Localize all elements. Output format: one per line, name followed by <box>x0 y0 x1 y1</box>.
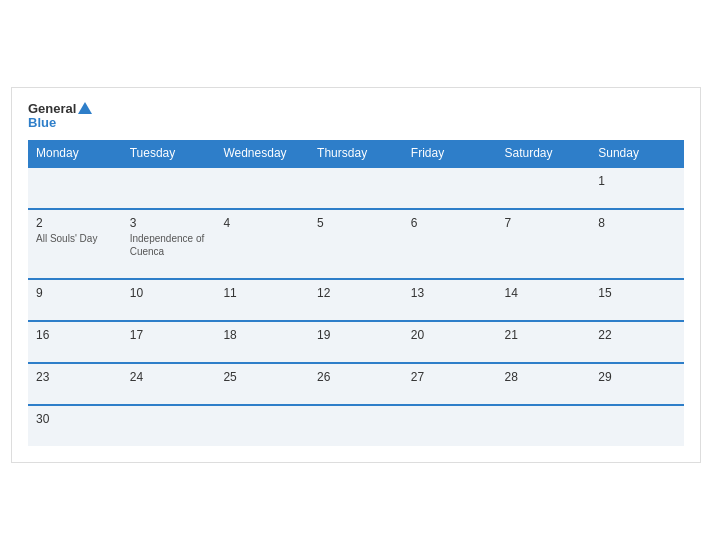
day-number: 27 <box>411 370 489 384</box>
calendar-cell: 7 <box>497 209 591 279</box>
calendar-cell: 27 <box>403 363 497 405</box>
day-number: 10 <box>130 286 208 300</box>
day-number: 30 <box>36 412 114 426</box>
calendar-header: General Blue <box>28 102 684 131</box>
calendar-cell: 4 <box>215 209 309 279</box>
calendar-cell: 13 <box>403 279 497 321</box>
calendar-cell <box>403 167 497 209</box>
calendar-week-row: 9101112131415 <box>28 279 684 321</box>
day-number: 11 <box>223 286 301 300</box>
calendar-week-row: 30 <box>28 405 684 446</box>
day-number: 5 <box>317 216 395 230</box>
day-number: 22 <box>598 328 676 342</box>
logo-general-text: General <box>28 102 92 116</box>
calendar-cell: 18 <box>215 321 309 363</box>
calendar-cell: 10 <box>122 279 216 321</box>
calendar-cell <box>28 167 122 209</box>
calendar-cell <box>309 167 403 209</box>
calendar-week-row: 23242526272829 <box>28 363 684 405</box>
calendar-cell <box>215 167 309 209</box>
calendar-cell: 22 <box>590 321 684 363</box>
day-number: 16 <box>36 328 114 342</box>
calendar-cell: 28 <box>497 363 591 405</box>
calendar-week-row: 2All Souls' Day3Independence of Cuenca45… <box>28 209 684 279</box>
event-label: All Souls' Day <box>36 232 114 245</box>
day-number: 18 <box>223 328 301 342</box>
day-number: 3 <box>130 216 208 230</box>
day-number: 17 <box>130 328 208 342</box>
logo-blue-text: Blue <box>28 116 56 130</box>
calendar-cell <box>215 405 309 446</box>
weekday-header-tuesday: Tuesday <box>122 140 216 167</box>
calendar-cell: 25 <box>215 363 309 405</box>
weekday-header-thursday: Thursday <box>309 140 403 167</box>
day-number: 29 <box>598 370 676 384</box>
calendar-cell: 1 <box>590 167 684 209</box>
calendar-cell: 3Independence of Cuenca <box>122 209 216 279</box>
calendar-cell: 24 <box>122 363 216 405</box>
calendar-tbody: 12All Souls' Day3Independence of Cuenca4… <box>28 167 684 446</box>
calendar-table: MondayTuesdayWednesdayThursdayFridaySatu… <box>28 140 684 446</box>
calendar-cell: 19 <box>309 321 403 363</box>
calendar-cell: 8 <box>590 209 684 279</box>
day-number: 9 <box>36 286 114 300</box>
calendar-cell: 12 <box>309 279 403 321</box>
calendar-cell: 23 <box>28 363 122 405</box>
event-label: Independence of Cuenca <box>130 232 208 258</box>
calendar-cell: 17 <box>122 321 216 363</box>
day-number: 12 <box>317 286 395 300</box>
calendar-cell <box>497 167 591 209</box>
day-number: 19 <box>317 328 395 342</box>
calendar-cell: 26 <box>309 363 403 405</box>
calendar-cell: 16 <box>28 321 122 363</box>
calendar-cell: 21 <box>497 321 591 363</box>
logo-triangle-icon <box>78 102 92 114</box>
weekday-header-saturday: Saturday <box>497 140 591 167</box>
day-number: 13 <box>411 286 489 300</box>
day-number: 28 <box>505 370 583 384</box>
logo: General Blue <box>28 102 92 131</box>
calendar-week-row: 1 <box>28 167 684 209</box>
day-number: 2 <box>36 216 114 230</box>
calendar-cell: 6 <box>403 209 497 279</box>
calendar-cell: 15 <box>590 279 684 321</box>
calendar-cell: 14 <box>497 279 591 321</box>
day-number: 15 <box>598 286 676 300</box>
day-number: 8 <box>598 216 676 230</box>
weekday-header-sunday: Sunday <box>590 140 684 167</box>
day-number: 23 <box>36 370 114 384</box>
calendar-cell: 2All Souls' Day <box>28 209 122 279</box>
day-number: 25 <box>223 370 301 384</box>
day-number: 26 <box>317 370 395 384</box>
weekday-header-friday: Friday <box>403 140 497 167</box>
calendar-cell: 29 <box>590 363 684 405</box>
calendar-cell <box>497 405 591 446</box>
day-number: 6 <box>411 216 489 230</box>
calendar-wrapper: General Blue MondayTuesdayWednesdayThurs… <box>11 87 701 464</box>
calendar-cell <box>122 405 216 446</box>
calendar-cell: 20 <box>403 321 497 363</box>
day-number: 24 <box>130 370 208 384</box>
day-number: 4 <box>223 216 301 230</box>
calendar-cell <box>590 405 684 446</box>
calendar-cell: 9 <box>28 279 122 321</box>
calendar-cell: 11 <box>215 279 309 321</box>
day-number: 7 <box>505 216 583 230</box>
weekday-header-row: MondayTuesdayWednesdayThursdayFridaySatu… <box>28 140 684 167</box>
calendar-thead: MondayTuesdayWednesdayThursdayFridaySatu… <box>28 140 684 167</box>
day-number: 1 <box>598 174 676 188</box>
day-number: 21 <box>505 328 583 342</box>
day-number: 14 <box>505 286 583 300</box>
calendar-cell <box>309 405 403 446</box>
calendar-cell <box>403 405 497 446</box>
calendar-cell: 5 <box>309 209 403 279</box>
day-number: 20 <box>411 328 489 342</box>
calendar-cell <box>122 167 216 209</box>
weekday-header-monday: Monday <box>28 140 122 167</box>
weekday-header-wednesday: Wednesday <box>215 140 309 167</box>
calendar-cell: 30 <box>28 405 122 446</box>
calendar-week-row: 16171819202122 <box>28 321 684 363</box>
